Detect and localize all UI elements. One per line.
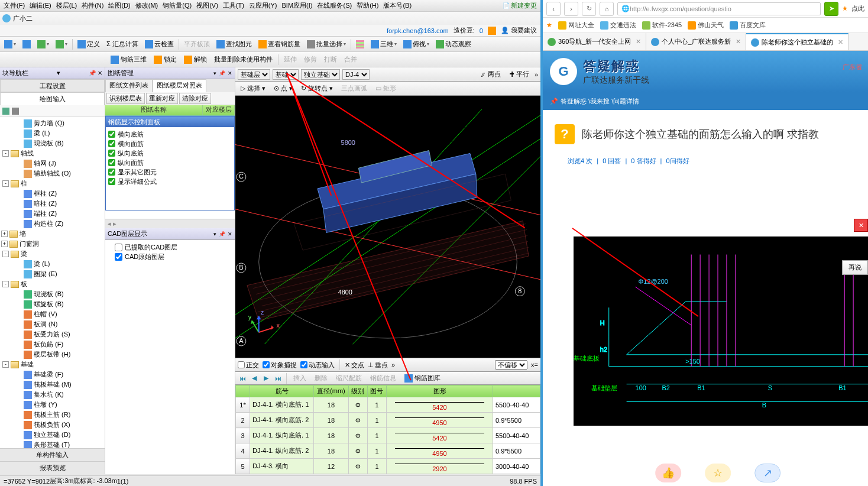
view-rebar-button[interactable]: 查看钢筋量 (255, 38, 303, 50)
beans-value[interactable]: 0 (480, 27, 483, 34)
rebar-check[interactable]: 横向面筋 (108, 139, 232, 148)
tree-item[interactable]: 暗柱 (Z) (0, 199, 105, 209)
share-button[interactable]: ↗ (754, 464, 780, 482)
tree-item[interactable]: 楼层板带 (H) (0, 349, 105, 359)
scrollbar-stub[interactable] (105, 219, 235, 228)
cross-snap[interactable]: ✕ 交点 (345, 361, 364, 370)
insert-row-button[interactable]: 插入 (290, 372, 309, 384)
undo-dropdown[interactable] (34, 38, 52, 50)
layer-button[interactable] (353, 38, 367, 50)
bookmark-item[interactable]: 软件-2345 (642, 21, 682, 30)
tab-floor-match[interactable]: 图纸楼层对照表 (153, 79, 206, 92)
delete-row-button[interactable]: 删除 (312, 372, 331, 384)
parallel-button[interactable]: ⋕ 平行 (506, 69, 532, 80)
type-select[interactable]: 独立基础 (301, 69, 340, 80)
table-row[interactable]: 2DJ-4-1. 横向底筋. 218Φ149500.9*5500 (236, 413, 540, 428)
cad-original-check[interactable]: CAD原始图层 (108, 252, 232, 261)
table-row[interactable]: 1*DJ-4-1. 横向底筋. 118Φ154205500-40-40 (236, 397, 540, 413)
menu-modify[interactable]: 修改(M) (133, 0, 161, 11)
3d-viewport[interactable]: A B C 8 4800 5800 xyz (235, 96, 540, 358)
tree-item[interactable]: 独立基础 (D) (0, 430, 105, 440)
cad-dropdown-icon[interactable]: ▾ (213, 231, 216, 237)
table-row[interactable]: 4DJ-4-1. 纵向底筋. 218Φ149500.9*5500 (236, 443, 540, 459)
offset-select[interactable]: 不偏移 (495, 360, 527, 370)
tree-item[interactable]: 现浇板 (B) (0, 289, 105, 299)
bookmark-item[interactable]: 网址大全 (558, 21, 594, 30)
break-button[interactable]: 打断 (321, 54, 340, 65)
tree-item[interactable]: 筏板主筋 (R) (0, 410, 105, 420)
menu-bim[interactable]: BIM应用(I) (280, 0, 315, 11)
more-icon[interactable]: » (535, 71, 538, 78)
dynamic-view-button[interactable]: 动态观察 (433, 38, 474, 50)
tree-item[interactable]: 筏板负筋 (X) (0, 420, 105, 430)
tree-item[interactable]: +墙 (0, 229, 105, 239)
tab-file-list[interactable]: 图纸文件列表 (105, 79, 153, 92)
identify-floor-button[interactable]: 识别楼层表 (106, 93, 145, 104)
popup-close-button[interactable]: ✕ (854, 219, 868, 232)
menu-edit[interactable]: 编辑(E) (27, 0, 54, 11)
table-row[interactable]: 5DJ-4-3. 横向12Φ129203000-40-40 (236, 459, 540, 474)
breadcrumb-nav[interactable]: 📌 答疑解惑 \我来搜 \问题详情 (543, 92, 868, 110)
arc-tool[interactable]: 三点画弧 (338, 83, 370, 94)
menu-tools[interactable]: 工具(T) (221, 0, 247, 11)
menu-rebar[interactable]: 钢筋量(Q) (160, 0, 194, 11)
perp-snap[interactable]: ⊥ 垂点 (368, 361, 388, 370)
tree-item[interactable]: 梁 (L) (0, 128, 105, 138)
rebar-3d-button[interactable]: 钢筋三维 (108, 54, 150, 65)
tree-item[interactable]: 柱墩 (Y) (0, 400, 105, 410)
component-tree[interactable]: 剪力墙 (Q)梁 (L)现浇板 (B)-轴线轴网 (J)辅助轴线 (O)-柱框柱… (0, 117, 105, 448)
new-change-button[interactable]: 新建变更 (500, 0, 539, 11)
tree-item[interactable]: -轴线 (0, 148, 105, 158)
home-button[interactable]: ⌂ (600, 2, 614, 16)
menu-file[interactable]: 文件(F) (1, 0, 27, 11)
define-button[interactable]: 定义 (75, 38, 103, 50)
snap-more-icon[interactable]: » (391, 361, 395, 368)
rebar-check[interactable]: 显示其它图元 (108, 167, 232, 177)
rotate-tool[interactable]: ↻ 旋转点 ▾ (298, 83, 336, 94)
rebar-check[interactable]: 纵向面筋 (108, 158, 232, 167)
menu-version[interactable]: 版本号(B) (381, 0, 414, 11)
lock-button[interactable]: 锁定 (151, 54, 180, 65)
tree-item[interactable]: 板洞 (N) (0, 319, 105, 329)
pin-icon[interactable]: 📌 ✕ (89, 70, 102, 76)
tree-item[interactable]: 剪力墙 (Q) (0, 118, 105, 128)
tree-item[interactable]: 端柱 (Z) (0, 209, 105, 219)
rebar-check[interactable]: 横向底筋 (108, 129, 232, 139)
look-button[interactable]: 俯视 (400, 38, 432, 50)
redo-dropdown[interactable] (53, 38, 70, 50)
cloud-check-button[interactable]: 云检查 (142, 38, 177, 50)
flat-top-button[interactable]: 平齐板顶 (181, 38, 213, 50)
report-preview[interactable]: 报表预览 (0, 461, 105, 474)
dyn-input-check[interactable]: 动态输入 (300, 361, 335, 370)
trim-button[interactable]: 修剪 (301, 54, 320, 65)
batch-delete-button[interactable]: 批量删除未使用构件 (211, 54, 276, 65)
three-d-button[interactable]: 三维 (368, 38, 400, 50)
back-button[interactable]: ‹ (546, 2, 561, 16)
user-email[interactable]: forpk.chen@163.com (387, 27, 449, 34)
go-button[interactable]: ➤ (824, 2, 838, 16)
rematch-button[interactable]: 重新对应 (146, 93, 178, 104)
play-icon[interactable]: ▶ (261, 374, 271, 383)
panel-close-icon[interactable]: ✕ (228, 70, 232, 76)
osnap-check[interactable]: 对象捕捉 (263, 361, 297, 370)
url-bar[interactable]: 🌐 http://e.fwxgx.com/question/questio (617, 2, 821, 15)
rebar-check[interactable]: 显示详细公式 (108, 177, 232, 186)
batch-select-button[interactable]: 批量选择 (304, 38, 349, 50)
prev-icon[interactable]: ◀ (250, 374, 259, 383)
single-component-input[interactable]: 单构件输入 (0, 448, 105, 461)
menu-cloud[interactable]: 云应用(Y) (247, 0, 280, 11)
tree-item[interactable]: 集水坑 (K) (0, 390, 105, 400)
tree-item[interactable]: 构造柱 (Z) (0, 219, 105, 229)
tree-item[interactable]: -基础 (0, 359, 105, 370)
suggest-link[interactable]: 👤 我要建议 (501, 26, 537, 35)
tree-item[interactable]: 筏板基础 (M) (0, 380, 105, 390)
rebar-lib-button[interactable]: 钢筋图库 (401, 372, 443, 384)
forward-button[interactable]: › (564, 2, 578, 16)
nav-tool-2[interactable] (12, 108, 19, 115)
star-icon[interactable]: ★ (842, 5, 848, 12)
two-point-button[interactable]: ⫽ 两点 (477, 69, 504, 80)
tree-item[interactable]: +门窗洞 (0, 239, 105, 249)
ortho-check[interactable]: 正交 (238, 361, 259, 370)
find-elem-button[interactable]: 查找图元 (213, 38, 255, 50)
rebar-info-button[interactable]: 钢筋信息 (367, 372, 399, 384)
